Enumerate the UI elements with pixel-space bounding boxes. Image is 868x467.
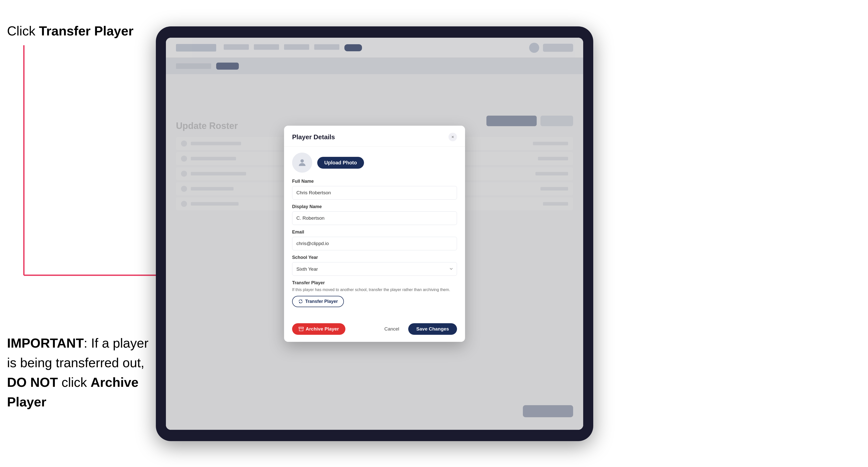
full-name-group: Full Name [292,179,457,199]
email-input[interactable] [292,237,457,250]
email-group: Email [292,229,457,250]
archive-icon [299,326,304,332]
school-year-label: School Year [292,255,457,260]
archive-btn-label: Archive Player [306,326,339,332]
cancel-button[interactable]: Cancel [379,323,404,335]
full-name-input[interactable] [292,186,457,199]
instruction-text2: click [58,375,91,390]
svg-rect-4 [299,327,303,328]
archive-player-button[interactable]: Archive Player [292,323,345,335]
upload-photo-button[interactable]: Upload Photo [317,157,364,169]
avatar-circle [292,153,312,173]
modal-overlay: Player Details × Upload Photo [166,38,583,430]
display-name-group: Display Name [292,204,457,225]
display-name-input[interactable] [292,211,457,225]
school-year-select[interactable]: First Year Second Year Third Year Fourth… [292,262,457,276]
save-changes-button[interactable]: Save Changes [408,323,457,335]
svg-point-3 [300,159,304,163]
transfer-player-button[interactable]: Transfer Player [292,296,344,307]
full-name-label: Full Name [292,179,457,184]
modal-body: Upload Photo Full Name Display Name [284,147,465,318]
instruction-top: Click Transfer Player [7,23,133,40]
transfer-player-heading: Transfer Player [292,280,457,285]
transfer-player-section: Transfer Player If this player has moved… [292,280,457,307]
instruction-bold: Transfer Player [39,24,133,38]
important-label: IMPORTANT [7,336,84,350]
transfer-player-desc: If this player has moved to another scho… [292,287,457,292]
modal-footer: Archive Player Cancel Save Changes [284,318,465,342]
modal-title: Player Details [292,133,335,141]
person-icon [297,158,307,168]
email-label: Email [292,229,457,235]
instruction-bottom: IMPORTANT: If a player is being transfer… [7,333,153,412]
transfer-player-btn-label: Transfer Player [305,299,338,304]
refresh-icon [298,299,303,304]
tablet-screen: Update Roster [166,38,583,430]
modal-header: Player Details × [284,126,465,147]
avatar-row: Upload Photo [292,153,457,173]
instruction-prefix: Click [7,24,39,38]
do-not-label: DO NOT [7,375,58,390]
modal-close-button[interactable]: × [448,133,457,141]
player-details-modal: Player Details × Upload Photo [284,126,465,342]
display-name-label: Display Name [292,204,457,209]
school-year-group: School Year First Year Second Year Third… [292,255,457,276]
tablet-device: Update Roster [156,26,593,441]
